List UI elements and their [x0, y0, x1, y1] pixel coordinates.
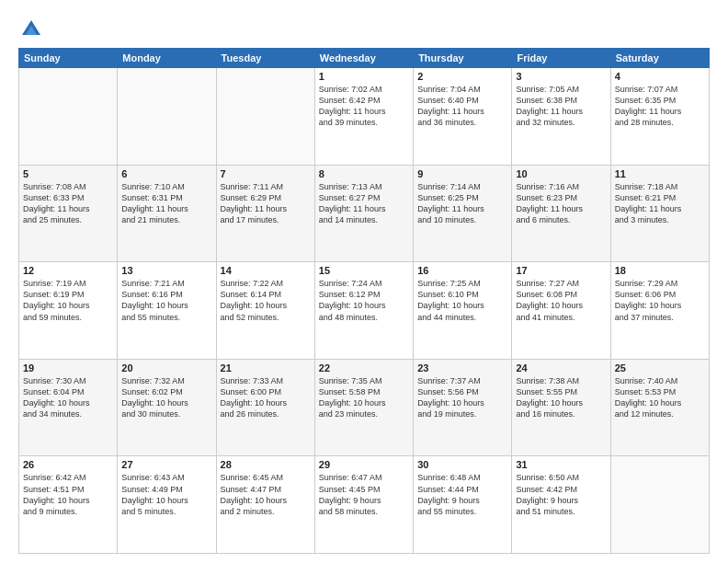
logo — [18, 17, 48, 42]
day-info: Sunrise: 7:10 AM Sunset: 6:31 PM Dayligh… — [121, 181, 211, 226]
calendar-cell: 17Sunrise: 7:27 AM Sunset: 6:08 PM Dayli… — [512, 262, 610, 360]
calendar-cell: 10Sunrise: 7:16 AM Sunset: 6:23 PM Dayli… — [512, 165, 610, 262]
day-number: 7 — [221, 168, 311, 179]
day-number: 26 — [23, 459, 113, 470]
calendar-cell — [216, 68, 314, 166]
day-info: Sunrise: 7:30 AM Sunset: 6:04 PM Dayligh… — [23, 375, 113, 420]
day-info: Sunrise: 6:43 AM Sunset: 4:49 PM Dayligh… — [121, 472, 211, 517]
calendar-week-2: 5Sunrise: 7:08 AM Sunset: 6:33 PM Daylig… — [19, 165, 710, 262]
day-info: Sunrise: 6:48 AM Sunset: 4:44 PM Dayligh… — [417, 472, 507, 517]
calendar-cell — [610, 456, 709, 554]
calendar-cell: 31Sunrise: 6:50 AM Sunset: 4:42 PM Dayli… — [512, 456, 610, 554]
day-info: Sunrise: 7:24 AM Sunset: 6:12 PM Dayligh… — [319, 278, 409, 323]
day-number: 3 — [516, 71, 606, 82]
calendar-cell: 18Sunrise: 7:29 AM Sunset: 6:06 PM Dayli… — [610, 262, 709, 360]
calendar-cell: 3Sunrise: 7:05 AM Sunset: 6:38 PM Daylig… — [512, 68, 610, 166]
day-number: 13 — [121, 265, 211, 276]
day-number: 27 — [121, 459, 211, 470]
calendar-cell: 8Sunrise: 7:13 AM Sunset: 6:27 PM Daylig… — [314, 165, 413, 262]
calendar-cell: 22Sunrise: 7:35 AM Sunset: 5:58 PM Dayli… — [314, 359, 413, 456]
day-number: 31 — [516, 459, 606, 470]
calendar-cell — [19, 68, 118, 166]
day-number: 12 — [23, 265, 113, 276]
day-number: 1 — [319, 71, 409, 82]
day-number: 6 — [121, 168, 211, 179]
day-info: Sunrise: 7:19 AM Sunset: 6:19 PM Dayligh… — [23, 278, 113, 323]
calendar-week-1: 1Sunrise: 7:02 AM Sunset: 6:42 PM Daylig… — [19, 68, 710, 166]
calendar-cell: 4Sunrise: 7:07 AM Sunset: 6:35 PM Daylig… — [610, 68, 709, 166]
day-info: Sunrise: 7:08 AM Sunset: 6:33 PM Dayligh… — [23, 181, 113, 226]
day-info: Sunrise: 7:25 AM Sunset: 6:10 PM Dayligh… — [417, 278, 507, 323]
calendar-cell: 19Sunrise: 7:30 AM Sunset: 6:04 PM Dayli… — [19, 359, 118, 456]
day-info: Sunrise: 7:02 AM Sunset: 6:42 PM Dayligh… — [319, 84, 409, 129]
calendar-cell: 9Sunrise: 7:14 AM Sunset: 6:25 PM Daylig… — [414, 165, 512, 262]
calendar-body: 1Sunrise: 7:02 AM Sunset: 6:42 PM Daylig… — [19, 68, 710, 554]
calendar-week-5: 26Sunrise: 6:42 AM Sunset: 4:51 PM Dayli… — [19, 456, 710, 554]
header-day-saturday: Saturday — [610, 49, 709, 68]
calendar-cell: 21Sunrise: 7:33 AM Sunset: 6:00 PM Dayli… — [216, 359, 314, 456]
day-number: 21 — [221, 362, 311, 373]
header — [18, 17, 710, 42]
calendar-cell: 23Sunrise: 7:37 AM Sunset: 5:56 PM Dayli… — [414, 359, 512, 456]
day-number: 20 — [121, 362, 211, 373]
day-number: 22 — [319, 362, 409, 373]
day-number: 30 — [417, 459, 507, 470]
calendar-cell: 12Sunrise: 7:19 AM Sunset: 6:19 PM Dayli… — [19, 262, 118, 360]
day-number: 29 — [319, 459, 409, 470]
day-info: Sunrise: 7:11 AM Sunset: 6:29 PM Dayligh… — [221, 181, 311, 226]
calendar-cell: 7Sunrise: 7:11 AM Sunset: 6:29 PM Daylig… — [216, 165, 314, 262]
calendar-cell: 1Sunrise: 7:02 AM Sunset: 6:42 PM Daylig… — [314, 68, 413, 166]
calendar-cell: 24Sunrise: 7:38 AM Sunset: 5:55 PM Dayli… — [512, 359, 610, 456]
day-number: 15 — [319, 265, 409, 276]
header-day-friday: Friday — [512, 49, 610, 68]
day-info: Sunrise: 7:38 AM Sunset: 5:55 PM Dayligh… — [516, 375, 606, 420]
day-info: Sunrise: 7:27 AM Sunset: 6:08 PM Dayligh… — [516, 278, 606, 323]
calendar-cell: 11Sunrise: 7:18 AM Sunset: 6:21 PM Dayli… — [610, 165, 709, 262]
day-info: Sunrise: 6:45 AM Sunset: 4:47 PM Dayligh… — [221, 472, 311, 517]
day-number: 23 — [417, 362, 507, 373]
calendar-cell: 30Sunrise: 6:48 AM Sunset: 4:44 PM Dayli… — [414, 456, 512, 554]
day-number: 18 — [615, 265, 705, 276]
day-number: 24 — [516, 362, 606, 373]
calendar-cell: 28Sunrise: 6:45 AM Sunset: 4:47 PM Dayli… — [216, 456, 314, 554]
day-number: 9 — [417, 168, 507, 179]
header-day-sunday: Sunday — [19, 49, 118, 68]
calendar-cell — [118, 68, 216, 166]
day-number: 16 — [417, 265, 507, 276]
calendar-week-3: 12Sunrise: 7:19 AM Sunset: 6:19 PM Dayli… — [19, 262, 710, 360]
day-info: Sunrise: 7:21 AM Sunset: 6:16 PM Dayligh… — [121, 278, 211, 323]
day-info: Sunrise: 7:33 AM Sunset: 6:00 PM Dayligh… — [221, 375, 311, 420]
calendar-cell: 29Sunrise: 6:47 AM Sunset: 4:45 PM Dayli… — [314, 456, 413, 554]
day-number: 11 — [615, 168, 705, 179]
day-info: Sunrise: 7:07 AM Sunset: 6:35 PM Dayligh… — [615, 84, 705, 129]
day-number: 17 — [516, 265, 606, 276]
calendar-cell: 27Sunrise: 6:43 AM Sunset: 4:49 PM Dayli… — [118, 456, 216, 554]
day-info: Sunrise: 7:18 AM Sunset: 6:21 PM Dayligh… — [615, 181, 705, 226]
day-info: Sunrise: 6:42 AM Sunset: 4:51 PM Dayligh… — [23, 472, 113, 517]
calendar-cell: 20Sunrise: 7:32 AM Sunset: 6:02 PM Dayli… — [118, 359, 216, 456]
day-number: 19 — [23, 362, 113, 373]
calendar-week-4: 19Sunrise: 7:30 AM Sunset: 6:04 PM Dayli… — [19, 359, 710, 456]
calendar-cell: 5Sunrise: 7:08 AM Sunset: 6:33 PM Daylig… — [19, 165, 118, 262]
calendar-cell: 6Sunrise: 7:10 AM Sunset: 6:31 PM Daylig… — [118, 165, 216, 262]
header-day-monday: Monday — [118, 49, 216, 68]
day-info: Sunrise: 7:37 AM Sunset: 5:56 PM Dayligh… — [417, 375, 507, 420]
calendar-header: SundayMondayTuesdayWednesdayThursdayFrid… — [19, 49, 710, 68]
day-number: 4 — [615, 71, 705, 82]
header-day-wednesday: Wednesday — [314, 49, 413, 68]
day-info: Sunrise: 7:22 AM Sunset: 6:14 PM Dayligh… — [221, 278, 311, 323]
header-row: SundayMondayTuesdayWednesdayThursdayFrid… — [19, 49, 710, 68]
day-number: 28 — [221, 459, 311, 470]
calendar-cell: 14Sunrise: 7:22 AM Sunset: 6:14 PM Dayli… — [216, 262, 314, 360]
calendar-cell: 2Sunrise: 7:04 AM Sunset: 6:40 PM Daylig… — [414, 68, 512, 166]
day-number: 25 — [615, 362, 705, 373]
day-info: Sunrise: 7:13 AM Sunset: 6:27 PM Dayligh… — [319, 181, 409, 226]
day-number: 2 — [417, 71, 507, 82]
header-day-tuesday: Tuesday — [216, 49, 314, 68]
day-number: 14 — [221, 265, 311, 276]
day-info: Sunrise: 7:04 AM Sunset: 6:40 PM Dayligh… — [417, 84, 507, 129]
day-number: 5 — [23, 168, 113, 179]
day-info: Sunrise: 7:29 AM Sunset: 6:06 PM Dayligh… — [615, 278, 705, 323]
day-info: Sunrise: 7:32 AM Sunset: 6:02 PM Dayligh… — [121, 375, 211, 420]
day-number: 10 — [516, 168, 606, 179]
